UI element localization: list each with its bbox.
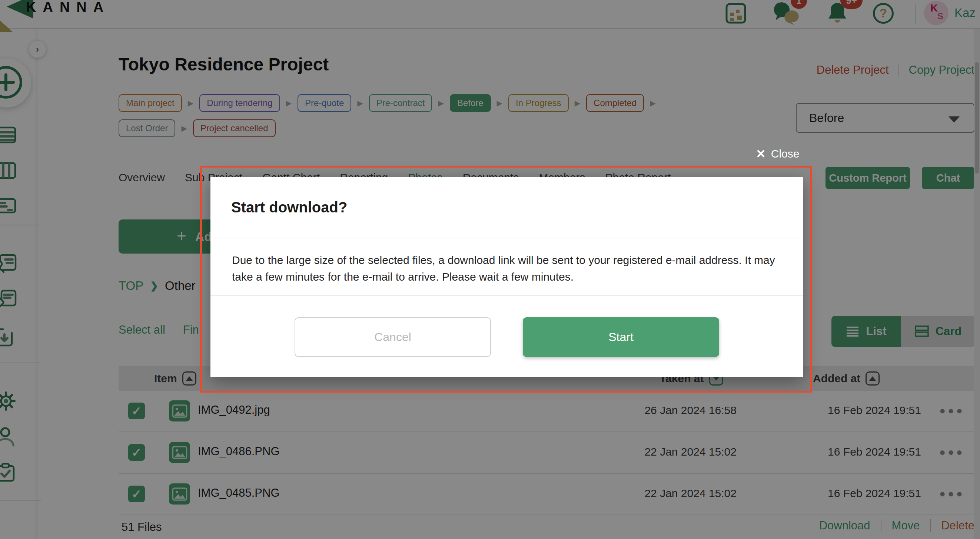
start-download-modal: Start download? Due to the large size of… [210,177,803,377]
modal-title: Start download? [231,199,347,216]
start-button[interactable]: Start [523,317,719,357]
modal-header: Start download? [210,177,803,238]
modal-close-button[interactable]: ✕ Close [756,147,800,161]
kanna-app: KANNA 1 9+ ? [0,0,980,539]
cancel-button[interactable]: Cancel [294,317,491,357]
close-icon: ✕ [756,147,766,161]
modal-actions: Cancel Start [210,296,803,376]
modal-body-text: Due to the large size of the selected fi… [210,238,803,296]
